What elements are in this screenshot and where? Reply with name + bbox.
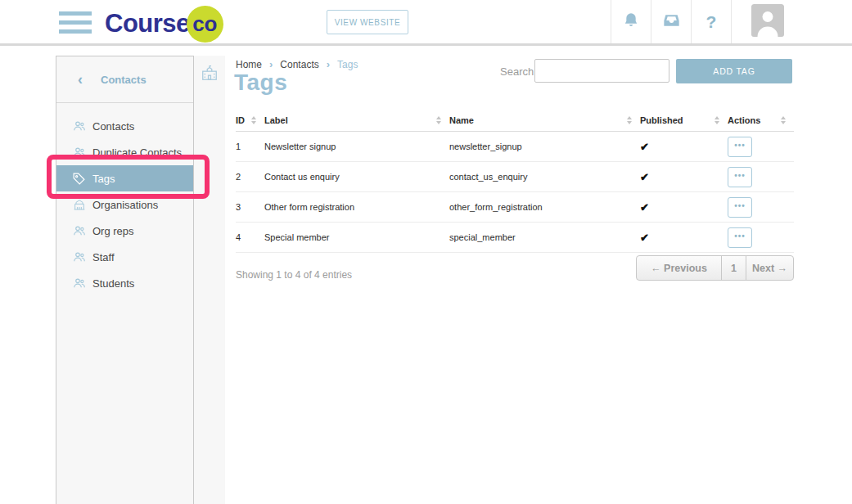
sidebar-item-contacts[interactable]: Contacts <box>56 113 193 139</box>
sidebar-item-staff[interactable]: Staff <box>56 244 193 270</box>
breadcrumb-item-contacts[interactable]: Contacts <box>280 59 318 70</box>
logo-badge: co <box>187 6 223 43</box>
pagination-previous-button[interactable]: ← Previous <box>637 256 721 280</box>
row-name: newsletter_signup <box>449 142 640 151</box>
table-row: 3Other form registrationother_form_regis… <box>236 192 794 223</box>
row-actions-cell: ••• <box>728 167 794 187</box>
table-row: 1Newsletter signupnewsletter_signup✔••• <box>236 132 794 162</box>
column-header-name[interactable]: Name <box>449 115 640 125</box>
sidebar-section-title: Contacts <box>101 74 147 86</box>
view-website-button[interactable]: VIEW WEBSITE <box>327 10 408 34</box>
inbox-icon <box>661 10 682 34</box>
row-label: Contact us enquiry <box>264 172 449 182</box>
row-actions-cell: ••• <box>728 197 794 218</box>
published-check-icon: ✔ <box>640 201 649 214</box>
page-title: Tags <box>234 70 287 96</box>
pagination-next-button[interactable]: Next → <box>746 256 793 280</box>
sidebar-item-label: Tags <box>92 173 115 185</box>
column-header-label: Name <box>449 115 474 125</box>
breadcrumb-separator-icon: › <box>327 58 330 70</box>
row-label: Newsletter signup <box>264 142 449 151</box>
column-header-label: ID <box>236 115 245 125</box>
column-header-label: Published <box>640 115 683 125</box>
column-header-label: Label <box>264 115 288 125</box>
sidebar-item-tags[interactable]: Tags <box>56 165 193 191</box>
hamburger-menu-icon[interactable] <box>59 11 92 34</box>
sidebar-item-label: Students <box>92 277 134 290</box>
column-header-label[interactable]: Label <box>264 115 449 125</box>
search-input[interactable] <box>534 59 669 83</box>
users-icon <box>72 146 86 160</box>
row-name: contact_us_enquiry <box>449 172 640 182</box>
row-label: Other form registration <box>264 202 449 212</box>
content-gutter <box>193 56 225 504</box>
row-actions-cell: ••• <box>728 137 794 157</box>
sort-icon <box>627 116 632 124</box>
main-content: Home›Contacts›Tags Tags Search: ADD TAG … <box>225 48 852 504</box>
column-header-actions[interactable]: Actions <box>728 115 794 125</box>
row-actions-cell: ••• <box>728 227 794 248</box>
sidebar-back-contacts[interactable]: ‹ Contacts <box>56 56 193 103</box>
sidebar-item-label: Organisations <box>92 199 158 211</box>
table-header-row: IDLabelNamePublishedActions <box>236 110 794 132</box>
add-tag-button[interactable]: ADD TAG <box>676 59 792 83</box>
help-icon: ? <box>706 12 717 32</box>
search-label: Search: <box>500 65 537 78</box>
users-icon <box>72 250 86 264</box>
table-body: 1Newsletter signupnewsletter_signup✔•••2… <box>236 132 794 253</box>
organisation-icon <box>72 198 86 212</box>
sidebar-item-students[interactable]: Students <box>56 270 193 296</box>
notifications-button[interactable] <box>611 0 651 43</box>
users-icon <box>72 277 86 290</box>
sidebar-item-label: Contacts <box>92 120 134 133</box>
sidebar-item-label: Staff <box>92 251 115 263</box>
breadcrumb-separator-icon: › <box>269 58 273 70</box>
row-id: 2 <box>236 172 264 182</box>
row-name: special_member <box>449 232 640 242</box>
school-building-icon <box>201 64 219 82</box>
table-row: 2Contact us enquirycontact_us_enquiry✔••… <box>236 162 794 192</box>
inbox-button[interactable] <box>651 0 691 43</box>
row-published-cell: ✔ <box>640 141 728 153</box>
app-window: Course co VIEW WEBSITE ? ‹ Contacts <box>0 0 852 504</box>
published-check-icon: ✔ <box>640 141 649 153</box>
tag-icon <box>72 172 86 186</box>
bell-icon <box>622 11 640 33</box>
sort-icon <box>781 116 786 124</box>
breadcrumb-item-home[interactable]: Home <box>236 59 262 70</box>
breadcrumb-item-tags[interactable]: Tags <box>337 59 358 70</box>
row-id: 4 <box>236 232 264 242</box>
help-button[interactable]: ? <box>691 0 731 43</box>
sidebar-item-org-reps[interactable]: Org reps <box>56 218 193 244</box>
user-menu <box>731 0 852 43</box>
pagination: ← Previous 1 Next → <box>636 255 794 281</box>
breadcrumb: Home›Contacts›Tags <box>236 58 358 70</box>
row-actions-button[interactable]: ••• <box>728 197 752 218</box>
sort-icon <box>251 116 256 124</box>
column-header-published[interactable]: Published <box>640 115 728 125</box>
row-published-cell: ✔ <box>640 201 728 214</box>
sidebar-item-label: Org reps <box>92 225 134 237</box>
row-actions-button[interactable]: ••• <box>728 137 752 157</box>
pagination-page-1-button[interactable]: 1 <box>721 256 746 280</box>
row-actions-button[interactable]: ••• <box>728 167 752 187</box>
table-info-text: Showing 1 to 4 of 4 entries <box>236 269 352 281</box>
row-published-cell: ✔ <box>640 171 728 183</box>
row-id: 3 <box>236 202 264 212</box>
sidebar-menu: ContactsDuplicate ContactsTagsOrganisati… <box>56 103 193 296</box>
sort-icon <box>436 116 441 124</box>
sidebar-item-organisations[interactable]: Organisations <box>56 191 193 218</box>
table-row: 4Special memberspecial_member✔••• <box>236 223 794 253</box>
published-check-icon: ✔ <box>640 232 649 244</box>
sidebar-item-duplicate-contacts[interactable]: Duplicate Contacts <box>56 139 193 165</box>
sidebar: ‹ Contacts ContactsDuplicate ContactsTag… <box>56 56 194 504</box>
users-icon <box>72 119 86 133</box>
column-header-id[interactable]: ID <box>236 115 264 125</box>
users-icon <box>72 224 86 238</box>
courseco-logo[interactable]: Course co <box>105 5 223 43</box>
row-actions-button[interactable]: ••• <box>728 227 752 248</box>
user-avatar[interactable] <box>751 4 784 40</box>
row-label: Special member <box>264 232 449 242</box>
column-header-label: Actions <box>728 115 760 125</box>
row-published-cell: ✔ <box>640 232 728 244</box>
